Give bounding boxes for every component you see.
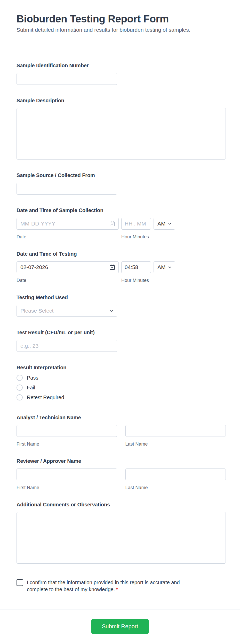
testing-date-input[interactable] (17, 261, 119, 273)
testing-time-input[interactable] (121, 261, 151, 273)
testing-datetime-row: AM (17, 261, 226, 273)
collection-ampm-value: AM (157, 221, 166, 227)
chevron-down-icon (167, 222, 172, 226)
field-test-result: Test Result (CFU/mL or per unit) (17, 329, 226, 352)
field-sample-description: Sample Description (17, 97, 226, 160)
testing-datetime-label: Date and Time of Testing (17, 250, 226, 257)
analyst-first-name-input[interactable] (17, 425, 117, 437)
testing-method-select[interactable]: Please Select (17, 305, 117, 317)
field-result-interpretation: Result Interpretation Pass Fail Retest R… (17, 364, 226, 400)
chevron-down-icon (109, 309, 114, 313)
reviewer-last-name-input[interactable] (125, 469, 226, 480)
collection-datetime-label: Date and Time of Sample Collection (17, 207, 226, 214)
sample-source-label: Sample Source / Collected From (17, 172, 226, 179)
testing-sublabels: Date Hour Minutes (17, 278, 226, 283)
confirmation-row: I confirm that the information provided … (17, 579, 226, 593)
field-comments: Additional Comments or Observations (17, 501, 226, 564)
sample-id-label: Sample Identification Number (17, 62, 226, 69)
testing-method-selected-value: Please Select (20, 308, 53, 314)
field-sample-id: Sample Identification Number (17, 62, 226, 85)
testing-method-label: Testing Method Used (17, 294, 226, 301)
field-analyst-name: Analyst / Technician Name First Name Las… (17, 414, 226, 447)
testing-ampm-select[interactable]: AM (154, 261, 175, 273)
radio-button-fail[interactable] (17, 384, 23, 391)
field-collection-datetime: Date and Time of Sample Collection AM (17, 207, 226, 240)
confirmation-checkbox[interactable] (17, 579, 23, 586)
collection-datetime-row: AM (17, 218, 226, 230)
chevron-down-icon (167, 265, 172, 270)
collection-time-sublabel: Hour Minutes (121, 234, 149, 240)
collection-time-input[interactable] (121, 218, 151, 230)
testing-date-wrap (17, 261, 119, 273)
page-subtitle: Submit detailed information and results … (17, 27, 223, 33)
field-testing-method: Testing Method Used Please Select (17, 294, 226, 317)
collection-date-wrap (17, 218, 119, 230)
analyst-name-row (17, 425, 226, 437)
field-reviewer-name: Reviewer / Approver Name First Name Last… (17, 458, 226, 490)
testing-date-sublabel: Date (17, 278, 119, 283)
required-asterisk: * (116, 587, 118, 592)
reviewer-first-name-sublabel: First Name (17, 485, 117, 490)
analyst-last-name-sublabel: Last Name (125, 441, 226, 447)
testing-time-sublabel: Hour Minutes (121, 278, 149, 283)
sample-description-textarea[interactable] (17, 108, 226, 160)
radio-label-fail: Fail (27, 385, 35, 391)
result-interpretation-label: Result Interpretation (17, 364, 226, 371)
sample-description-label: Sample Description (17, 97, 226, 104)
comments-textarea[interactable] (17, 512, 226, 564)
radio-option-pass: Pass (17, 375, 226, 381)
analyst-first-name-sublabel: First Name (17, 441, 117, 447)
radio-label-pass: Pass (27, 375, 38, 381)
submit-report-button[interactable]: Submit Report (91, 619, 149, 634)
field-sample-source: Sample Source / Collected From (17, 172, 226, 195)
radio-button-pass[interactable] (17, 375, 23, 381)
collection-sublabels: Date Hour Minutes (17, 234, 226, 240)
confirmation-line-2: complete to the best of my knowledge. (27, 587, 115, 592)
test-result-label: Test Result (CFU/mL or per unit) (17, 329, 226, 336)
test-result-input[interactable] (17, 340, 117, 352)
field-testing-datetime: Date and Time of Testing AM (17, 250, 226, 283)
sample-id-input[interactable] (17, 73, 117, 85)
analyst-last-name-input[interactable] (125, 425, 226, 437)
radio-option-retest: Retest Required (17, 394, 226, 400)
reviewer-name-row (17, 469, 226, 480)
collection-date-input[interactable] (17, 218, 119, 230)
testing-ampm-value: AM (157, 264, 166, 270)
form-header: Bioburden Testing Report Form Submit det… (0, 0, 240, 33)
sample-source-input[interactable] (17, 183, 117, 195)
confirmation-line-1: I confirm that the information provided … (27, 580, 180, 585)
radio-option-fail: Fail (17, 384, 226, 391)
analyst-name-sublabels: First Name Last Name (17, 441, 226, 447)
reviewer-first-name-input[interactable] (17, 469, 117, 480)
bioburden-form-page: Bioburden Testing Report Form Submit det… (0, 0, 240, 644)
analyst-name-label: Analyst / Technician Name (17, 414, 226, 421)
collection-date-sublabel: Date (17, 234, 119, 240)
collection-ampm-select[interactable]: AM (154, 218, 175, 230)
page-title: Bioburden Testing Report Form (17, 13, 223, 24)
form-footer: Submit Report (0, 609, 240, 644)
reviewer-last-name-sublabel: Last Name (125, 485, 226, 490)
form-body: Sample Identification Number Sample Desc… (0, 46, 240, 593)
radio-label-retest: Retest Required (27, 395, 64, 400)
comments-label: Additional Comments or Observations (17, 501, 226, 508)
reviewer-name-label: Reviewer / Approver Name (17, 458, 226, 464)
confirmation-text: I confirm that the information provided … (27, 579, 180, 593)
reviewer-name-sublabels: First Name Last Name (17, 485, 226, 490)
radio-button-retest[interactable] (17, 394, 23, 400)
